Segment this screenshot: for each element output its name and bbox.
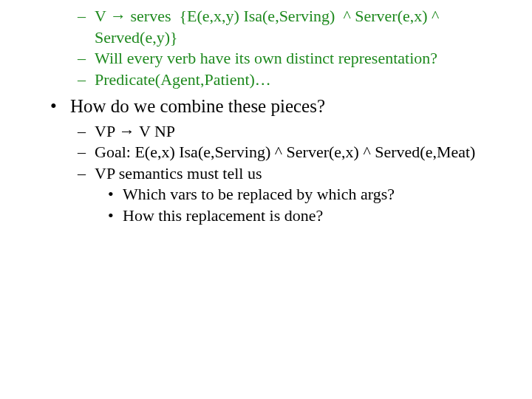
block2-subitem-1: How this replacement is done? [0,205,532,227]
top-list: V → serves {E(e,x,y) Isa(e,Serving) ^ Se… [0,6,532,227]
block2-item-0: VP → V NP [0,121,532,143]
block2-subitem-0: Which vars to be replaced by which args? [0,184,532,205]
block1-item-1: Will every verb have its own distinct re… [0,48,532,69]
arrow-icon: → [119,122,135,140]
block2-list: VP → V NP Goal: E(e,x) Isa(e,Serving) ^ … [0,121,532,185]
block2-sublist: Which vars to be replaced by which args?… [0,184,532,226]
block1-list: V → serves {E(e,x,y) Isa(e,Serving) ^ Se… [0,6,532,90]
arrow-icon: → [110,7,126,25]
block1-item-0: V → serves {E(e,x,y) Isa(e,Serving) ^ Se… [0,6,532,48]
slide: V → serves {E(e,x,y) Isa(e,Serving) ^ Se… [0,0,532,227]
block2-item-1: Goal: E(e,x) Isa(e,Serving) ^ Server(e,x… [0,142,532,163]
block1: V → serves {E(e,x,y) Isa(e,Serving) ^ Se… [0,6,532,90]
block2: VP → V NP Goal: E(e,x) Isa(e,Serving) ^ … [0,121,532,227]
bullet-combine: How do we combine these pieces? [0,95,532,117]
block1-item-2: Predicate(Agent,Patient)… [0,69,532,91]
block2-item-2: VP semantics must tell us [0,163,532,185]
